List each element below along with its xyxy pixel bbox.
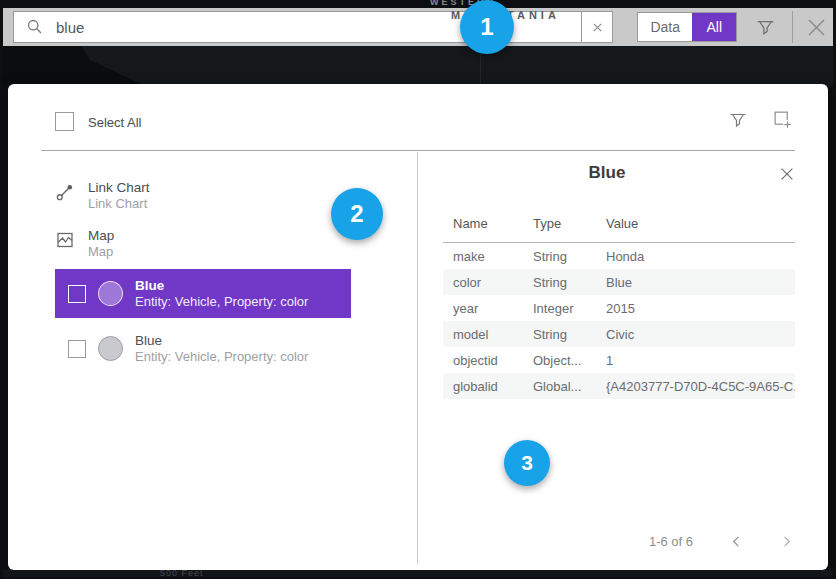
attribute-table: Name Type Value make String Honda color … (443, 210, 795, 399)
close-icon[interactable] (804, 15, 829, 40)
cell-name: make (453, 249, 533, 264)
table-body: make String Honda color String Blue year… (443, 243, 795, 399)
row-checkbox[interactable] (68, 340, 86, 358)
cell-type: String (533, 275, 606, 290)
cell-name: model (453, 327, 533, 342)
app-screen: WESTERN Data All (0, 0, 836, 579)
list-item-blue-selected[interactable]: Blue Entity: Vehicle, Property: color (55, 269, 351, 318)
item-subtitle: Entity: Vehicle, Property: color (135, 294, 308, 310)
column-header-type: Type (533, 216, 606, 231)
table-row: make String Honda (443, 243, 795, 269)
cell-type: Global... (533, 379, 606, 394)
cell-value: Blue (606, 275, 795, 290)
item-title: Map (88, 228, 114, 244)
item-title: Link Chart (88, 180, 150, 196)
filter-icon[interactable] (728, 110, 748, 130)
cell-type: String (533, 327, 606, 342)
map-scale-label: 500 Feet (160, 568, 204, 578)
cell-name: year (453, 301, 533, 316)
details-title: Blue (417, 163, 797, 183)
list-details-divider (417, 152, 418, 564)
table-row: globalid Global... {A4203777-D70D-4C5C-9… (443, 373, 795, 399)
list-item-link-chart[interactable]: Link Chart Link Chart (55, 180, 150, 212)
entity-color-swatch (98, 336, 123, 361)
list-item-text: Link Chart Link Chart (88, 180, 150, 212)
cell-value: Honda (606, 249, 795, 264)
map-icon (55, 230, 75, 250)
table-row: model String Civic (443, 321, 795, 347)
row-checkbox[interactable] (68, 285, 86, 303)
map-landmass (3, 46, 153, 86)
add-selection-icon[interactable] (772, 109, 793, 130)
item-title: Blue (135, 333, 308, 349)
cell-value: {A4203777-D70D-4C5C-9A65-C... (606, 379, 795, 394)
table-row: objectid Object... 1 (443, 347, 795, 373)
item-subtitle: Link Chart (88, 196, 150, 212)
list-item-text: Blue Entity: Vehicle, Property: color (135, 333, 308, 365)
link-chart-icon (55, 182, 75, 202)
table-row: year Integer 2015 (443, 295, 795, 321)
item-title: Blue (135, 278, 308, 294)
chevron-right-icon[interactable] (780, 535, 793, 548)
map-background-bottom (3, 570, 833, 577)
cell-type: String (533, 249, 606, 264)
list-item-text: Blue Entity: Vehicle, Property: color (135, 278, 308, 310)
callout-badge-2: 2 (331, 188, 383, 240)
search-toolbar: Data All (3, 8, 833, 46)
details-close-icon[interactable] (778, 165, 796, 183)
search-icon (26, 18, 44, 36)
item-subtitle: Map (88, 244, 114, 260)
cell-value: Civic (606, 327, 795, 342)
table-row: color String Blue (443, 269, 795, 295)
scope-option-all[interactable]: All (692, 13, 736, 41)
map-background (3, 46, 833, 86)
search-results-panel: Select All Link Ch (8, 84, 828, 570)
callout-badge-3: 3 (504, 440, 550, 486)
select-all-checkbox[interactable] (55, 112, 74, 131)
item-subtitle: Entity: Vehicle, Property: color (135, 349, 308, 365)
scope-option-data[interactable]: Data (638, 13, 692, 41)
cell-type: Object... (533, 353, 606, 368)
pagination: 1-6 of 6 (445, 534, 797, 549)
select-all-label: Select All (88, 115, 141, 130)
list-item-map[interactable]: Map Map (55, 228, 114, 260)
pagination-label: 1-6 of 6 (649, 534, 693, 549)
panel-header-divider (41, 150, 795, 151)
cell-value: 2015 (606, 301, 795, 316)
column-header-name: Name (453, 216, 533, 231)
scope-toggle: Data All (637, 12, 737, 42)
list-item-text: Map Map (88, 228, 114, 260)
entity-color-swatch (98, 281, 123, 306)
cell-name: color (453, 275, 533, 290)
callout-badge-1: 1 (460, 0, 514, 54)
search-clear-button[interactable] (581, 12, 612, 42)
filter-icon[interactable] (755, 17, 776, 38)
cell-name: globalid (453, 379, 533, 394)
toolbar-divider (792, 11, 793, 43)
column-header-value: Value (606, 216, 795, 231)
cell-name: objectid (453, 353, 533, 368)
table-header: Name Type Value (443, 210, 795, 243)
list-item-blue-unselected[interactable]: Blue Entity: Vehicle, Property: color (55, 324, 351, 373)
cell-value: 1 (606, 353, 795, 368)
cell-type: Integer (533, 301, 606, 316)
chevron-left-icon[interactable] (730, 535, 743, 548)
